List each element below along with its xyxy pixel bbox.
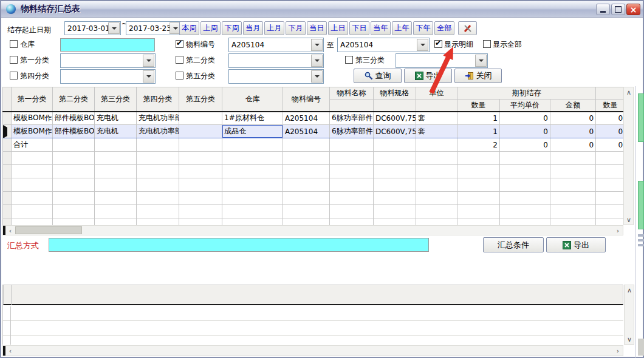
cell[interactable] <box>137 138 179 152</box>
cell[interactable]: 模板BOM作业 <box>12 125 53 138</box>
show-all-checkbox[interactable] <box>483 40 491 48</box>
scroll-left-icon[interactable]: ‹ <box>7 347 14 354</box>
scroll-down-icon[interactable]: ∨ <box>626 336 633 343</box>
detail-horizontal-scrollbar[interactable]: ‹ › <box>2 345 623 356</box>
cell[interactable]: 充电机功率部件 <box>137 125 179 138</box>
btn-prev-year[interactable]: 上年 <box>392 21 412 35</box>
cell[interactable] <box>222 138 283 152</box>
export-button[interactable]: 导出 <box>404 69 452 83</box>
cell[interactable]: 0 <box>500 138 550 152</box>
horizontal-scrollbar[interactable]: ‹ › <box>2 225 623 235</box>
cat4-dropdown-button[interactable] <box>143 70 154 83</box>
date-from-combobox[interactable]: 2017-03-01 <box>64 21 121 35</box>
cat2-combobox[interactable] <box>228 53 324 68</box>
scroll-down-icon[interactable]: ∨ <box>625 216 632 223</box>
cell[interactable]: 6脉功率部件 <box>330 112 374 125</box>
btn-next-year[interactable]: 下年 <box>413 21 433 35</box>
material-no-checkbox[interactable] <box>176 40 183 48</box>
header-warehouse[interactable]: 仓库 <box>222 87 283 112</box>
cell[interactable]: 0 <box>596 138 623 152</box>
close-button[interactable]: × <box>626 4 640 15</box>
warehouse-input[interactable] <box>60 38 155 52</box>
cell[interactable] <box>179 112 222 125</box>
btn-next-week[interactable]: 下周 <box>222 21 242 35</box>
cat1-dropdown-button[interactable] <box>143 55 154 67</box>
vertical-scrollbar[interactable]: ∧ ∨ <box>623 87 634 225</box>
summary-export-button[interactable]: 导出 <box>546 237 606 252</box>
header-material-no[interactable]: 物料编号 <box>283 87 330 112</box>
cell[interactable]: 0 <box>500 125 550 138</box>
cat5-checkbox[interactable] <box>176 72 183 79</box>
settings-tools-button[interactable] <box>458 21 477 35</box>
cell[interactable]: 套 <box>416 112 457 125</box>
btn-prev-day[interactable]: 上日 <box>328 21 348 35</box>
query-button[interactable]: 查询 <box>354 69 402 83</box>
cell[interactable]: 部件模板BOM <box>53 112 95 125</box>
header-cat5[interactable]: 第五分类 <box>179 87 222 112</box>
header-cat4[interactable]: 第四分类 <box>137 87 179 112</box>
cell[interactable]: 6脉功率部件 <box>330 125 374 138</box>
date-to-combobox[interactable]: 2017-03-23 <box>126 21 182 35</box>
header-avg-price[interactable]: 平均单价 <box>500 100 550 112</box>
cat4-combobox[interactable] <box>60 69 156 84</box>
cell[interactable]: 部件模板BOM <box>53 125 95 138</box>
cell[interactable]: 套 <box>416 125 457 138</box>
header-unit[interactable]: 单位 <box>416 87 457 100</box>
btn-last-week[interactable]: 上周 <box>200 21 221 35</box>
cat4-checkbox[interactable] <box>10 72 18 79</box>
header-spec[interactable]: 物料规格 <box>374 87 416 100</box>
btn-all[interactable]: 全部 <box>434 21 454 35</box>
cell[interactable]: A205104 <box>283 125 330 138</box>
btn-today[interactable]: 当日 <box>307 21 327 35</box>
cell[interactable]: 0 <box>550 125 596 138</box>
cat2-dropdown-button[interactable] <box>311 55 323 67</box>
cell[interactable]: 1#原材料仓 <box>222 112 283 125</box>
minimize-button[interactable] <box>596 4 610 15</box>
cat5-combobox[interactable] <box>228 69 324 84</box>
btn-next-month[interactable]: 下月 <box>286 21 306 35</box>
scrollbar-thumb[interactable] <box>15 226 82 234</box>
cat1-checkbox[interactable] <box>10 56 18 64</box>
header-cat1[interactable]: 第一分类 <box>12 87 53 112</box>
cat5-dropdown-button[interactable] <box>311 70 323 83</box>
header-material-name[interactable]: 物料名称 <box>330 87 374 100</box>
summary-mode-input[interactable] <box>49 238 429 252</box>
cell[interactable] <box>95 138 137 152</box>
cell[interactable]: 充电机功率部件 <box>137 112 179 125</box>
btn-this-year[interactable]: 当年 <box>371 21 391 35</box>
scroll-up-icon[interactable]: ∧ <box>625 89 632 96</box>
cell[interactable]: 1 <box>457 125 500 138</box>
header-qty2[interactable]: 数量 <box>596 100 623 112</box>
cell[interactable] <box>416 138 457 152</box>
cat2-checkbox[interactable] <box>176 56 183 64</box>
cell[interactable]: 2 <box>457 138 500 152</box>
btn-this-week[interactable]: 本周 <box>179 21 199 35</box>
close-form-button[interactable]: 关闭 <box>454 69 502 83</box>
material-to-dropdown-button[interactable] <box>417 39 428 51</box>
detail-vertical-scrollbar[interactable]: ∧ ∨ <box>624 285 634 345</box>
date-from-dropdown-button[interactable] <box>108 22 120 34</box>
show-detail-checkbox[interactable] <box>434 40 442 48</box>
btn-next-day[interactable]: 下日 <box>349 21 369 35</box>
cell[interactable]: 充电机 <box>95 125 137 138</box>
cell[interactable]: 1 <box>457 112 500 125</box>
btn-this-month[interactable]: 当月 <box>243 21 263 35</box>
cell[interactable] <box>330 138 374 152</box>
cell[interactable]: 0 <box>596 112 623 125</box>
scroll-right-icon[interactable]: › <box>614 347 622 354</box>
header-cat2[interactable]: 第二分类 <box>53 87 95 112</box>
cat1-combobox[interactable] <box>60 53 156 68</box>
cell[interactable] <box>283 138 330 152</box>
cell[interactable]: 模板BOM作业 <box>12 112 53 125</box>
cell[interactable] <box>53 138 95 152</box>
cell[interactable]: 充电机 <box>95 112 137 125</box>
header-qty[interactable]: 数量 <box>457 100 500 112</box>
header-amount[interactable]: 金额 <box>550 100 596 112</box>
summary-condition-button[interactable]: 汇总条件 <box>483 237 544 252</box>
cell[interactable]: 0 <box>500 112 550 125</box>
warehouse-checkbox[interactable] <box>10 40 18 48</box>
cell[interactable]: 0 <box>550 138 596 152</box>
cell[interactable]: DC600V,75A <box>374 125 416 138</box>
maximize-button[interactable] <box>611 4 625 15</box>
cell[interactable] <box>179 138 222 152</box>
